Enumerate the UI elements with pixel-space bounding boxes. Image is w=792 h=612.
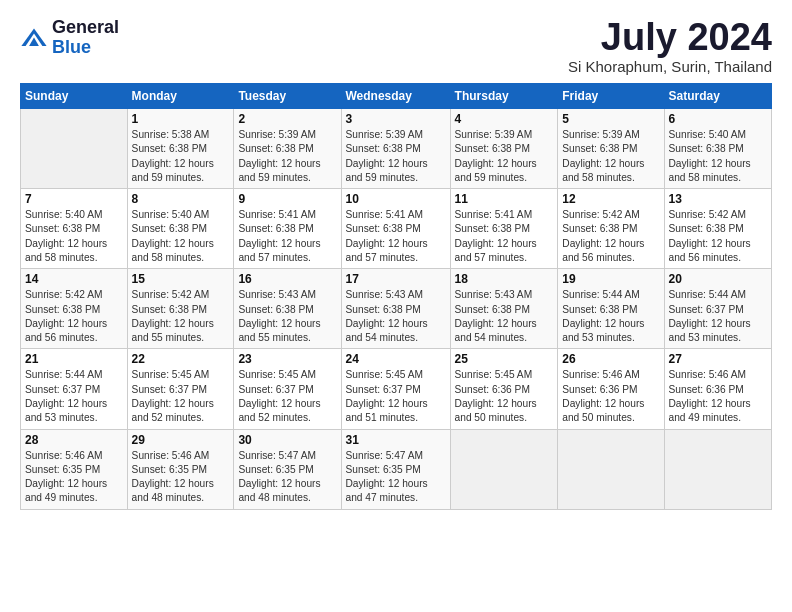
day-info: Sunrise: 5:42 AM Sunset: 6:38 PM Dayligh… xyxy=(25,288,123,345)
logo-icon xyxy=(20,25,48,53)
table-row: 8Sunrise: 5:40 AM Sunset: 6:38 PM Daylig… xyxy=(127,189,234,269)
day-number: 3 xyxy=(346,112,446,126)
location-title: Si Khoraphum, Surin, Thailand xyxy=(568,58,772,75)
title-area: July 2024 Si Khoraphum, Surin, Thailand xyxy=(568,18,772,75)
day-info: Sunrise: 5:45 AM Sunset: 6:36 PM Dayligh… xyxy=(455,368,554,425)
table-row: 25Sunrise: 5:45 AM Sunset: 6:36 PM Dayli… xyxy=(450,349,558,429)
day-number: 22 xyxy=(132,352,230,366)
day-info: Sunrise: 5:41 AM Sunset: 6:38 PM Dayligh… xyxy=(346,208,446,265)
table-row: 12Sunrise: 5:42 AM Sunset: 6:38 PM Dayli… xyxy=(558,189,664,269)
day-number: 21 xyxy=(25,352,123,366)
day-number: 2 xyxy=(238,112,336,126)
day-info: Sunrise: 5:40 AM Sunset: 6:38 PM Dayligh… xyxy=(25,208,123,265)
table-row: 9Sunrise: 5:41 AM Sunset: 6:38 PM Daylig… xyxy=(234,189,341,269)
day-number: 5 xyxy=(562,112,659,126)
day-info: Sunrise: 5:41 AM Sunset: 6:38 PM Dayligh… xyxy=(455,208,554,265)
calendar-week-row: 14Sunrise: 5:42 AM Sunset: 6:38 PM Dayli… xyxy=(21,269,772,349)
table-row: 17Sunrise: 5:43 AM Sunset: 6:38 PM Dayli… xyxy=(341,269,450,349)
table-row: 31Sunrise: 5:47 AM Sunset: 6:35 PM Dayli… xyxy=(341,429,450,509)
calendar-week-row: 21Sunrise: 5:44 AM Sunset: 6:37 PM Dayli… xyxy=(21,349,772,429)
day-info: Sunrise: 5:46 AM Sunset: 6:35 PM Dayligh… xyxy=(132,449,230,506)
day-number: 29 xyxy=(132,433,230,447)
table-row: 18Sunrise: 5:43 AM Sunset: 6:38 PM Dayli… xyxy=(450,269,558,349)
header-thursday: Thursday xyxy=(450,84,558,109)
day-info: Sunrise: 5:42 AM Sunset: 6:38 PM Dayligh… xyxy=(669,208,768,265)
table-row: 27Sunrise: 5:46 AM Sunset: 6:36 PM Dayli… xyxy=(664,349,772,429)
day-number: 1 xyxy=(132,112,230,126)
table-row: 23Sunrise: 5:45 AM Sunset: 6:37 PM Dayli… xyxy=(234,349,341,429)
logo-general: General xyxy=(52,18,119,38)
day-number: 7 xyxy=(25,192,123,206)
calendar-header-row: Sunday Monday Tuesday Wednesday Thursday… xyxy=(21,84,772,109)
day-number: 15 xyxy=(132,272,230,286)
table-row: 2Sunrise: 5:39 AM Sunset: 6:38 PM Daylig… xyxy=(234,109,341,189)
table-row: 1Sunrise: 5:38 AM Sunset: 6:38 PM Daylig… xyxy=(127,109,234,189)
table-row: 13Sunrise: 5:42 AM Sunset: 6:38 PM Dayli… xyxy=(664,189,772,269)
table-row: 20Sunrise: 5:44 AM Sunset: 6:37 PM Dayli… xyxy=(664,269,772,349)
day-number: 20 xyxy=(669,272,768,286)
day-info: Sunrise: 5:45 AM Sunset: 6:37 PM Dayligh… xyxy=(346,368,446,425)
day-number: 11 xyxy=(455,192,554,206)
day-info: Sunrise: 5:47 AM Sunset: 6:35 PM Dayligh… xyxy=(346,449,446,506)
day-number: 13 xyxy=(669,192,768,206)
day-info: Sunrise: 5:39 AM Sunset: 6:38 PM Dayligh… xyxy=(346,128,446,185)
day-number: 24 xyxy=(346,352,446,366)
day-number: 6 xyxy=(669,112,768,126)
day-number: 25 xyxy=(455,352,554,366)
day-info: Sunrise: 5:43 AM Sunset: 6:38 PM Dayligh… xyxy=(346,288,446,345)
table-row: 6Sunrise: 5:40 AM Sunset: 6:38 PM Daylig… xyxy=(664,109,772,189)
table-row: 22Sunrise: 5:45 AM Sunset: 6:37 PM Dayli… xyxy=(127,349,234,429)
day-info: Sunrise: 5:39 AM Sunset: 6:38 PM Dayligh… xyxy=(238,128,336,185)
day-info: Sunrise: 5:46 AM Sunset: 6:36 PM Dayligh… xyxy=(669,368,768,425)
header-tuesday: Tuesday xyxy=(234,84,341,109)
day-number: 31 xyxy=(346,433,446,447)
day-number: 30 xyxy=(238,433,336,447)
day-number: 16 xyxy=(238,272,336,286)
header-sunday: Sunday xyxy=(21,84,128,109)
day-number: 26 xyxy=(562,352,659,366)
table-row xyxy=(21,109,128,189)
day-info: Sunrise: 5:40 AM Sunset: 6:38 PM Dayligh… xyxy=(669,128,768,185)
table-row: 29Sunrise: 5:46 AM Sunset: 6:35 PM Dayli… xyxy=(127,429,234,509)
calendar-week-row: 28Sunrise: 5:46 AM Sunset: 6:35 PM Dayli… xyxy=(21,429,772,509)
day-number: 17 xyxy=(346,272,446,286)
table-row xyxy=(664,429,772,509)
day-number: 9 xyxy=(238,192,336,206)
day-info: Sunrise: 5:44 AM Sunset: 6:37 PM Dayligh… xyxy=(25,368,123,425)
table-row: 28Sunrise: 5:46 AM Sunset: 6:35 PM Dayli… xyxy=(21,429,128,509)
table-row: 24Sunrise: 5:45 AM Sunset: 6:37 PM Dayli… xyxy=(341,349,450,429)
table-row: 26Sunrise: 5:46 AM Sunset: 6:36 PM Dayli… xyxy=(558,349,664,429)
day-number: 4 xyxy=(455,112,554,126)
day-number: 18 xyxy=(455,272,554,286)
day-info: Sunrise: 5:45 AM Sunset: 6:37 PM Dayligh… xyxy=(238,368,336,425)
calendar-week-row: 7Sunrise: 5:40 AM Sunset: 6:38 PM Daylig… xyxy=(21,189,772,269)
day-number: 27 xyxy=(669,352,768,366)
day-number: 23 xyxy=(238,352,336,366)
calendar-page: General Blue July 2024 Si Khoraphum, Sur… xyxy=(0,0,792,612)
table-row: 14Sunrise: 5:42 AM Sunset: 6:38 PM Dayli… xyxy=(21,269,128,349)
table-row: 10Sunrise: 5:41 AM Sunset: 6:38 PM Dayli… xyxy=(341,189,450,269)
day-info: Sunrise: 5:44 AM Sunset: 6:38 PM Dayligh… xyxy=(562,288,659,345)
table-row: 19Sunrise: 5:44 AM Sunset: 6:38 PM Dayli… xyxy=(558,269,664,349)
day-info: Sunrise: 5:43 AM Sunset: 6:38 PM Dayligh… xyxy=(238,288,336,345)
calendar-table: Sunday Monday Tuesday Wednesday Thursday… xyxy=(20,83,772,510)
page-header: General Blue July 2024 Si Khoraphum, Sur… xyxy=(20,18,772,75)
day-info: Sunrise: 5:42 AM Sunset: 6:38 PM Dayligh… xyxy=(132,288,230,345)
day-info: Sunrise: 5:43 AM Sunset: 6:38 PM Dayligh… xyxy=(455,288,554,345)
day-info: Sunrise: 5:47 AM Sunset: 6:35 PM Dayligh… xyxy=(238,449,336,506)
day-number: 19 xyxy=(562,272,659,286)
header-friday: Friday xyxy=(558,84,664,109)
table-row: 4Sunrise: 5:39 AM Sunset: 6:38 PM Daylig… xyxy=(450,109,558,189)
logo: General Blue xyxy=(20,18,119,58)
table-row: 15Sunrise: 5:42 AM Sunset: 6:38 PM Dayli… xyxy=(127,269,234,349)
calendar-week-row: 1Sunrise: 5:38 AM Sunset: 6:38 PM Daylig… xyxy=(21,109,772,189)
day-number: 8 xyxy=(132,192,230,206)
month-title: July 2024 xyxy=(568,18,772,56)
header-wednesday: Wednesday xyxy=(341,84,450,109)
day-number: 14 xyxy=(25,272,123,286)
table-row: 11Sunrise: 5:41 AM Sunset: 6:38 PM Dayli… xyxy=(450,189,558,269)
header-monday: Monday xyxy=(127,84,234,109)
table-row: 16Sunrise: 5:43 AM Sunset: 6:38 PM Dayli… xyxy=(234,269,341,349)
header-saturday: Saturday xyxy=(664,84,772,109)
table-row: 30Sunrise: 5:47 AM Sunset: 6:35 PM Dayli… xyxy=(234,429,341,509)
